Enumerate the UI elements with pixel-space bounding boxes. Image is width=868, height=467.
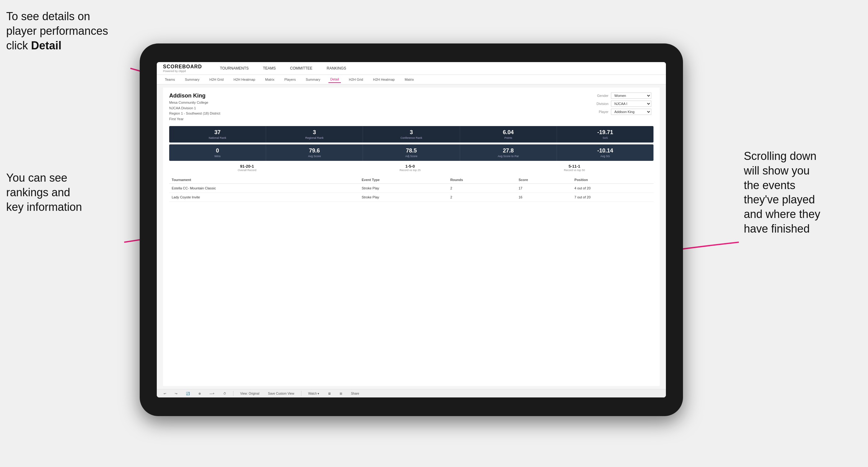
table-row[interactable]: Estella CC- Mountain Classic Stroke Play… [169,184,653,193]
stat-cell-2: 27.8Avg Score to Par [460,145,557,161]
content-inner: Addison King Mesa Community College NJCA… [163,88,660,386]
player-division: NJCAA Division 1 [169,105,220,111]
toolbar-sep-1 [233,391,234,396]
player-school: Mesa Community College [169,100,220,105]
rounds: 2 [448,193,516,202]
nav-tournaments[interactable]: TOURNAMENTS [218,65,251,72]
score: 17 [516,184,572,193]
sub-nav-h2h-heatmap2[interactable]: H2H Heatmap [371,76,397,83]
stat-cell: 3Conference Rank [363,126,460,143]
table-row[interactable]: Lady Coyote Invite Stroke Play 2 16 7 ou… [169,193,653,202]
position: 4 out of 20 [572,184,653,193]
logo-area: SCOREBOARD Powered by clippd [163,64,202,73]
player-region: Region 1 - Southwest (18) District [169,111,220,117]
stat-cell-2: 0Wins [169,145,266,161]
toolbar-save-custom[interactable]: Save Custom View [266,391,296,396]
col-event-type: Event Type [359,176,448,184]
main-content: Addison King Mesa Community College NJCA… [157,85,666,389]
sub-nav-matrix2[interactable]: Matrix [403,76,416,83]
record-cell: 5-11-1Record vs top 50 [564,164,585,172]
toolbar-undo[interactable]: ↩ [162,391,168,396]
stat-cell-2: 78.5Adj Score [363,145,460,161]
gender-row: Gender Women [591,93,653,99]
sub-nav-summary[interactable]: Summary [183,76,201,83]
logo-title: SCOREBOARD [163,64,202,69]
gender-select[interactable]: Women [611,93,651,99]
toolbar-zoom[interactable]: —+ [208,391,216,396]
record-cell: 91-20-1Overall Record [238,164,256,172]
score: 16 [516,193,572,202]
sub-nav-matrix[interactable]: Matrix [263,76,276,83]
division-select[interactable]: NJCAA I [611,101,651,107]
sub-nav-h2h-grid2[interactable]: H2H Grid [347,76,365,83]
player-label: Player [591,110,609,114]
toolbar-grid[interactable]: ⊞ [338,391,344,396]
bottom-toolbar: ↩ ↪ 🔄 ⊕ —+ ⏱ View: Original Save Custom … [157,389,666,398]
stat-cell-2: 79.6Avg Score [266,145,363,161]
stat-cell: 6.04Points [460,126,557,143]
annotation-right: Scrolling down will show you the events … [744,149,862,236]
sub-nav-h2h-grid[interactable]: H2H Grid [207,76,225,83]
division-label: Division [591,102,609,105]
col-tournament: Tournament [169,176,359,184]
top-nav: SCOREBOARD Powered by clippd TOURNAMENTS… [157,62,666,75]
tablet-screen: SCOREBOARD Powered by clippd TOURNAMENTS… [157,62,666,398]
col-position: Position [572,176,653,184]
toolbar-refresh[interactable]: 🔄 [184,391,191,396]
record-cell: 1-5-0Record vs top 25 [400,164,421,172]
records-row: 91-20-1Overall Record1-5-0Record vs top … [169,164,653,172]
stats-row-1: 37National Rank3Regional Rank3Conference… [169,126,653,143]
toolbar-time[interactable]: ⏱ [221,391,228,396]
nav-committee[interactable]: COMMITTEE [287,65,315,72]
sub-nav-detail[interactable]: Detail [329,76,341,83]
col-rounds: Rounds [448,176,516,184]
logo-subtitle: Powered by clippd [163,69,202,73]
stat-cell: 3Regional Rank [266,126,363,143]
player-row: Player Addison King [591,109,653,115]
tournament-table: Tournament Event Type Rounds Score Posit… [169,176,653,202]
toolbar-view-original[interactable]: View: Original [239,391,261,396]
sub-nav-h2h-heatmap[interactable]: H2H Heatmap [231,76,257,83]
nav-rankings[interactable]: RANKINGS [324,65,349,72]
stat-cell: 37National Rank [169,126,266,143]
event-type: Stroke Play [359,184,448,193]
toolbar-watch[interactable]: Watch ▾ [306,391,321,396]
sub-nav-teams[interactable]: Teams [163,76,177,83]
event-type: Stroke Play [359,193,448,202]
toolbar-redo[interactable]: ↪ [173,391,179,396]
annotation-top-left: To see details on player performances cl… [6,9,130,53]
toolbar-share[interactable]: Share [349,391,361,396]
player-select[interactable]: Addison King [611,109,651,115]
stats-row-2: 0Wins79.6Avg Score78.5Adj Score27.8Avg S… [169,145,653,161]
player-info: Addison King Mesa Community College NJCA… [169,93,220,122]
gender-label: Gender [591,94,609,97]
player-selects: Gender Women Division NJCAA I [591,93,653,122]
toolbar-add[interactable]: ⊕ [196,391,203,396]
toolbar-screen[interactable]: 🖥 [326,391,333,396]
sub-nav: Teams Summary H2H Grid H2H Heatmap Matri… [157,75,666,85]
player-year: First Year [169,117,220,122]
rounds: 2 [448,184,516,193]
toolbar-sep-2 [301,391,302,396]
tournament-name: Estella CC- Mountain Classic [169,184,359,193]
stat-cell-2: -10.14Avg SG [557,145,653,161]
nav-teams[interactable]: TEAMS [260,65,278,72]
stat-cell: -19.71SoS [557,126,653,143]
annotation-bottom-left: You can see rankings and key information [6,171,118,214]
player-header: Addison King Mesa Community College NJCA… [169,93,653,122]
position: 7 out of 20 [572,193,653,202]
col-score: Score [516,176,572,184]
tournament-name: Lady Coyote Invite [169,193,359,202]
sub-nav-summary2[interactable]: Summary [304,76,322,83]
player-name: Addison King [169,93,220,99]
tablet: SCOREBOARD Powered by clippd TOURNAMENTS… [140,43,683,416]
division-row: Division NJCAA I [591,101,653,107]
sub-nav-players[interactable]: Players [282,76,298,83]
